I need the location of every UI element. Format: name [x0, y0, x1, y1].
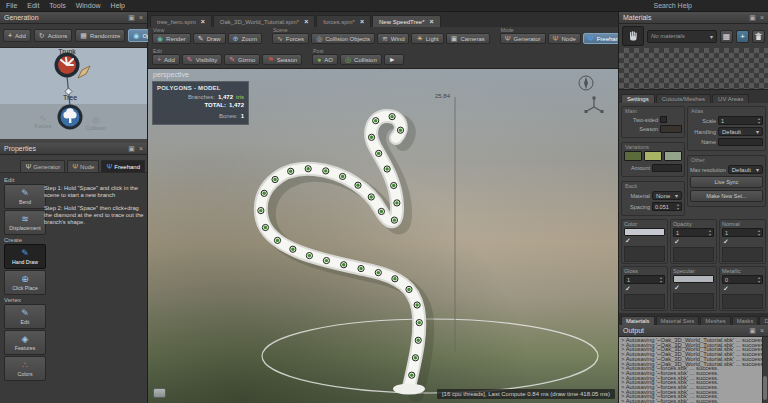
settings-tab[interactable]: Settings	[621, 94, 655, 103]
menu-item[interactable]: Edit	[27, 2, 39, 9]
map-enabled-check-icon[interactable]	[673, 238, 681, 246]
map-preview[interactable]	[624, 246, 665, 262]
mode-button[interactable]: Ψ Generator	[500, 33, 546, 44]
tool-button[interactable]: ✎ Edit	[4, 304, 46, 329]
settings-tab[interactable]: UV Areas	[712, 94, 749, 103]
document-tab[interactable]: Oak_3D_World_Tutorial.spm*	[213, 15, 315, 27]
generation-toolbar-button[interactable]: + Add	[3, 29, 31, 42]
opacity-spinner[interactable]: 1	[673, 228, 714, 237]
viewport-3d[interactable]: perspective POLYGONS - MODEL Branches: 1…	[148, 69, 618, 403]
tool-button[interactable]: ≋ Displacement	[4, 210, 46, 235]
viewport-corner-icon[interactable]	[153, 388, 166, 398]
color-map-swatch[interactable]	[624, 228, 665, 236]
bottom-tab[interactable]: Materials	[621, 316, 655, 325]
map-preview[interactable]	[673, 293, 714, 309]
toolbar-button[interactable]: ◎ Collision	[340, 54, 382, 65]
settings-tab[interactable]: Cutouts/Meshes	[656, 94, 711, 103]
toolbar-button[interactable]: ✎ Gizmo	[224, 54, 260, 65]
bottom-tab[interactable]: Material Sets	[656, 316, 700, 325]
map-enabled-check-icon[interactable]	[624, 237, 632, 245]
toolbar-button[interactable]: ◎ Collision Objects	[311, 33, 375, 44]
map-enabled-check-icon[interactable]	[673, 284, 681, 292]
menu-item[interactable]: Tools	[49, 2, 65, 9]
variation-swatch[interactable]	[624, 151, 642, 161]
toolbar-button[interactable]: ∿ Forces	[272, 33, 309, 44]
close-tab-icon[interactable]	[430, 18, 434, 25]
toolbar-button[interactable]: + Add	[152, 54, 180, 65]
generation-toolbar-button[interactable]: ↻ Actions	[34, 29, 73, 42]
dock-icon[interactable]: ▣	[749, 14, 756, 22]
gloss-spinner[interactable]: 1	[624, 275, 665, 284]
toolbar-button[interactable]: ▣ Cameras	[446, 33, 490, 44]
axis-gizmo-icon[interactable]	[585, 97, 604, 114]
tool-button[interactable]: ✎ Bend	[4, 184, 46, 209]
properties-tab[interactable]: Ψ Generator	[20, 160, 65, 172]
toolbar-button[interactable]: ✎ Visibility	[182, 54, 222, 65]
toolbar-button[interactable]: ►	[384, 54, 404, 65]
toolbar-button[interactable]: ● AO	[312, 54, 338, 65]
spinner-arrows-icon[interactable]	[758, 229, 760, 236]
handling-dropdown[interactable]: Default	[718, 127, 763, 136]
menu-item[interactable]: Help	[111, 2, 125, 9]
make-new-set-button[interactable]: Make New Set...	[690, 190, 763, 202]
amount-input[interactable]	[652, 164, 682, 172]
properties-tab[interactable]: Ψ Freehand	[101, 160, 145, 172]
toolbar-button[interactable]: ☀ Light	[411, 33, 443, 44]
bottom-tab[interactable]: Masks	[732, 316, 759, 325]
spinner-arrows-icon[interactable]	[660, 276, 662, 283]
materials-dropdown[interactable]: No materials	[647, 30, 717, 43]
close-tab-icon[interactable]	[304, 18, 308, 25]
mode-button[interactable]: Ψ Node	[548, 33, 581, 44]
dock-icon[interactable]: ▣	[749, 327, 756, 335]
document-tab[interactable]: tree_hero.spm	[150, 15, 212, 27]
toolbar-button[interactable]: ✎ Draw	[193, 33, 226, 44]
spinner-arrows-icon[interactable]	[709, 229, 711, 236]
close-icon[interactable]: ×	[760, 14, 764, 21]
menu-item[interactable]: File	[6, 2, 17, 9]
compass-icon[interactable]	[579, 76, 593, 90]
ghost-forces-item[interactable]: ∿ Forces	[23, 114, 63, 129]
add-material-button[interactable]: +	[736, 30, 749, 43]
camera-label[interactable]: perspective	[153, 71, 189, 78]
freehand-branch[interactable]	[261, 116, 426, 395]
material-thumbnail-button[interactable]: ▦	[720, 30, 733, 43]
dock-icon[interactable]: ▣	[128, 145, 135, 153]
scale-spinner[interactable]: 1	[718, 116, 763, 125]
spacing-spinner[interactable]: 0.051	[652, 202, 682, 211]
ghost-collision-item[interactable]: ◎ Collision	[76, 116, 116, 131]
drag-material-button[interactable]	[622, 26, 644, 46]
generation-toolbar-button[interactable]: ▦ Randomize	[75, 29, 125, 42]
properties-tab[interactable]: Ψ Node	[67, 160, 99, 172]
map-enabled-check-icon[interactable]	[624, 285, 632, 293]
close-tab-icon[interactable]	[201, 18, 205, 25]
dock-icon[interactable]: ▣	[128, 14, 135, 22]
spinner-arrows-icon[interactable]	[758, 276, 760, 283]
season-swatch[interactable]	[660, 125, 682, 133]
live-sync-button[interactable]: Live Sync	[690, 176, 763, 188]
tool-button[interactable]: ⊕ Click Place	[4, 270, 46, 295]
max-resolution-dropdown[interactable]: Default	[728, 165, 763, 174]
map-preview[interactable]	[673, 247, 714, 262]
bottom-tab[interactable]: Meshes	[700, 316, 730, 325]
tool-button[interactable]: ◈ Features	[4, 330, 46, 355]
output-scrollbar-thumb[interactable]	[763, 376, 767, 400]
back-material-dropdown[interactable]: None	[652, 191, 682, 200]
map-enabled-check-icon[interactable]	[722, 238, 730, 246]
search-help[interactable]: Search Help	[649, 2, 696, 9]
name-input[interactable]	[718, 138, 763, 146]
document-tab[interactable]: New SpeedTree*	[372, 15, 441, 27]
metallic-spinner[interactable]: 0	[722, 275, 763, 284]
close-tab-icon[interactable]	[360, 18, 364, 25]
map-preview[interactable]	[722, 247, 763, 262]
variation-swatch[interactable]	[644, 151, 662, 161]
close-icon[interactable]: ×	[139, 145, 143, 152]
output-log[interactable]: > Autosaving '~Oak_3D_World_Tutorial.sbk…	[619, 337, 768, 403]
map-enabled-check-icon[interactable]	[722, 285, 730, 293]
toolbar-button[interactable]: ≋ Wind	[377, 33, 410, 44]
spinner-arrows-icon[interactable]	[677, 203, 679, 210]
map-preview[interactable]	[624, 294, 665, 309]
node-graph[interactable]: Trunk Tree	[0, 48, 147, 139]
output-scrollbar[interactable]	[762, 337, 768, 403]
toolbar-button[interactable]: ⚑ Season	[262, 54, 302, 65]
bottom-tab[interactable]: Displacements	[759, 316, 768, 325]
